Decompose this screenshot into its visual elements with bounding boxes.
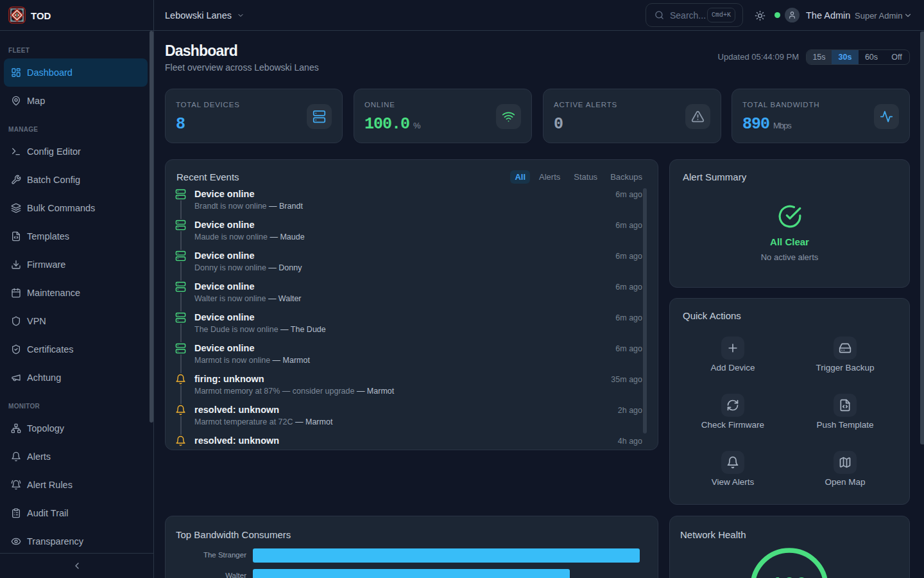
svg-text:100: 100 <box>771 574 808 578</box>
